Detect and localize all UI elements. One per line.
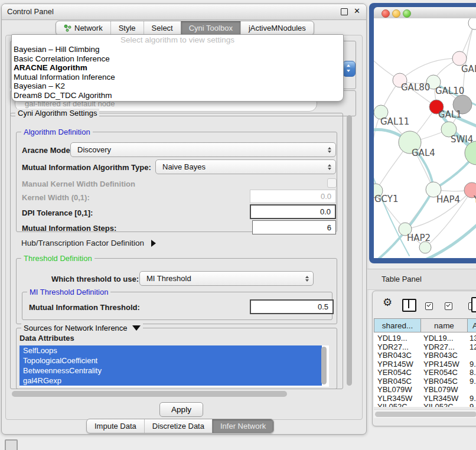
select-all-checkbox-icon[interactable]	[445, 302, 452, 310]
expanded-arrow-icon	[132, 325, 141, 331]
dpi-tolerance-label: DPI Tolerance [0,1]:	[22, 208, 93, 217]
aracne-mode-value: Discovery	[77, 145, 111, 154]
dropdown-item[interactable]: Bayesian – Hill Climbing	[12, 45, 343, 54]
node-label: Y	[473, 194, 476, 205]
network-window-titlebar[interactable]	[374, 7, 476, 19]
split-columns-icon[interactable]	[402, 299, 416, 312]
kernel-width-label: Kernel Width (0,1):	[22, 193, 90, 202]
mi-threshold-field[interactable]: 0.5	[250, 299, 334, 314]
node-label: GAL11	[380, 116, 409, 127]
minimize-traffic-light-icon[interactable]	[392, 9, 400, 18]
cyni-algorithm-settings-legend: Cyni Algorithm Settings	[15, 109, 99, 118]
column-header-shared-name[interactable]: shared...	[374, 318, 421, 332]
tab-discretize-data[interactable]: Discretize Data	[144, 419, 212, 433]
tab-infer-network[interactable]: Infer Network	[212, 419, 273, 433]
node-label: HAP2	[407, 233, 431, 243]
stepper-arrows-icon	[328, 164, 331, 170]
minimized-panel-icon[interactable]	[5, 439, 18, 450]
attribute-item[interactable]: gal4RGexp	[19, 376, 322, 386]
attribute-item[interactable]: TopologicalCoefficient	[19, 356, 322, 366]
table-body: YDL19... YDL19... 13 YDR27... YDR27... 1…	[374, 332, 476, 407]
algorithm-dropdown-popup: Select algorithm to view settings Bayesi…	[11, 34, 344, 102]
which-threshold-label: Which threshold to use:	[51, 275, 139, 283]
node-label: GAL10	[435, 86, 464, 96]
dropdown-item-selected[interactable]: ARACNE Algorithm	[12, 63, 343, 73]
apply-button[interactable]: Apply	[159, 402, 203, 417]
collapsed-arrow-icon	[151, 240, 156, 247]
tab-select[interactable]: Select	[144, 21, 181, 35]
settings-vertical-scrollbar[interactable]	[347, 115, 352, 386]
inference-algorithm-combo-fragment[interactable]	[343, 61, 356, 77]
network-node[interactable]	[468, 18, 476, 30]
column-header-name[interactable]: name	[420, 318, 468, 332]
table-row[interactable]: YLR345W YLR345W 9.	[374, 394, 476, 403]
dropdown-item[interactable]: Basic Correlation Inference	[12, 54, 343, 64]
new-table-document-icon[interactable]	[471, 297, 476, 312]
control-panel-window: Control Panel ✕ Network Style Select Cyn…	[1, 4, 367, 435]
algorithm-definition-legend: Algorithm Definition	[21, 128, 93, 136]
table-row[interactable]: YDR27... YDR27... 12	[374, 343, 476, 351]
table-panel-header[interactable]: Table Panel	[367, 269, 476, 290]
tab-cyni-toolbox[interactable]: Cyni Toolbox	[181, 21, 240, 35]
network-canvas[interactable]: GAL GAL80 GAL10 GAL1 SWI4 GAL11 GAL4 GCY…	[374, 18, 476, 258]
node-label: SWI4	[451, 134, 473, 145]
stepper-arrows-icon	[328, 147, 331, 153]
attributes-list-scrollbar[interactable]	[321, 347, 327, 384]
dropdown-placeholder: Select algorithm to view settings	[12, 35, 343, 45]
node-label: GAL4	[412, 148, 435, 158]
select-all-checkbox-icon[interactable]	[425, 302, 433, 310]
dropdown-item[interactable]: Bayesian – K2	[12, 81, 343, 91]
data-attributes-label: Data Attributes	[19, 334, 74, 343]
tab-jactivemnodules[interactable]: jActiveMNodules	[240, 21, 314, 35]
dropdown-item[interactable]: Dream8 DC_TDC Algorithm	[12, 91, 343, 100]
attribute-item[interactable]: SelfLoops	[19, 345, 322, 356]
node-label: GAL1	[438, 109, 462, 120]
float-window-icon[interactable]	[341, 8, 348, 15]
stepper-arrows-icon	[305, 276, 309, 282]
mi-type-combo[interactable]: Naive Bayes	[155, 159, 336, 174]
attribute-item[interactable]: BetweennessCentrality	[19, 366, 322, 376]
data-attributes-list[interactable]: SelfLoops TopologicalCoefficient Between…	[19, 345, 329, 387]
kernel-width-field[interactable]: 0.0	[250, 190, 336, 203]
node-label: GCY1	[374, 194, 399, 204]
table-settings-gear-icon[interactable]: ⚙	[383, 296, 392, 309]
mi-steps-field[interactable]: 6	[252, 220, 336, 234]
node-label: HAP4	[436, 194, 460, 205]
manual-kernel-checkbox[interactable]	[327, 178, 337, 188]
table-row[interactable]: YPR145W YPR145W 9.	[374, 360, 476, 369]
settings-horizontal-scrollbar[interactable]	[12, 391, 287, 397]
cyni-bottom-tabbar: Impute Data Discretize Data Infer Networ…	[86, 419, 274, 433]
mi-threshold-legend: MI Threshold Definition	[27, 288, 110, 296]
which-threshold-value: MI Threshold	[146, 274, 191, 283]
mi-type-value: Naive Bayes	[162, 162, 206, 171]
tab-impute-data[interactable]: Impute Data	[87, 419, 144, 433]
aracne-mode-combo[interactable]: Discovery	[70, 142, 336, 157]
control-panel-titlebar[interactable]: Control Panel ✕	[2, 4, 366, 20]
close-traffic-light-icon[interactable]	[382, 9, 390, 18]
table-row[interactable]: YER054C YER054C 8.	[374, 368, 476, 377]
table-row[interactable]: YDL19... YDL19... 13	[374, 334, 476, 343]
window-title: Control Panel	[7, 7, 54, 16]
dpi-tolerance-field[interactable]: 0.0	[250, 204, 336, 219]
zoom-traffic-light-icon[interactable]	[403, 9, 411, 18]
network-node[interactable]	[419, 242, 431, 253]
which-threshold-combo[interactable]: MI Threshold	[139, 271, 314, 286]
table-row[interactable]: YBR045C YBR045C 9.	[374, 377, 476, 386]
tab-style[interactable]: Style	[110, 21, 144, 35]
tab-network-label: Network	[74, 21, 103, 35]
manual-kernel-label: Manual Kernel Width Definition	[22, 180, 135, 188]
tab-network[interactable]: Network	[56, 21, 110, 35]
table-row[interactable]: YBR043C YBR043C	[374, 351, 476, 360]
sources-legend[interactable]: Sources for Network Inference	[21, 324, 143, 332]
dropdown-item[interactable]: Mutual Information Inference	[12, 73, 343, 82]
node-label: GAL80	[401, 82, 430, 93]
column-header-partial[interactable]: A	[467, 318, 476, 332]
threshold-definition-legend: Threshold Definition	[21, 254, 94, 263]
network-window-frame: GAL GAL80 GAL10 GAL1 SWI4 GAL11 GAL4 GCY…	[369, 3, 476, 263]
table-row[interactable]: YIL052C YIL052C 9	[374, 402, 476, 407]
table-hscrollbar-track[interactable]	[374, 409, 476, 418]
aracne-mode-label: Aracne Mode:	[22, 146, 73, 155]
hub-definition-toggle[interactable]: Hub/Transcription Factor Definition	[21, 239, 156, 247]
table-row[interactable]: YBL079W YBL079W	[374, 385, 476, 394]
close-window-icon[interactable]: ✕	[354, 6, 360, 15]
